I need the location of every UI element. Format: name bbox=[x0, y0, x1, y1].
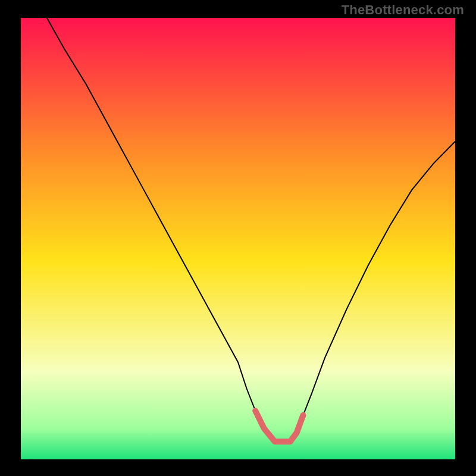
chart-frame: TheBottleneck.com bbox=[0, 0, 476, 476]
bottleneck-chart bbox=[0, 0, 476, 476]
watermark-text: TheBottleneck.com bbox=[342, 2, 464, 18]
